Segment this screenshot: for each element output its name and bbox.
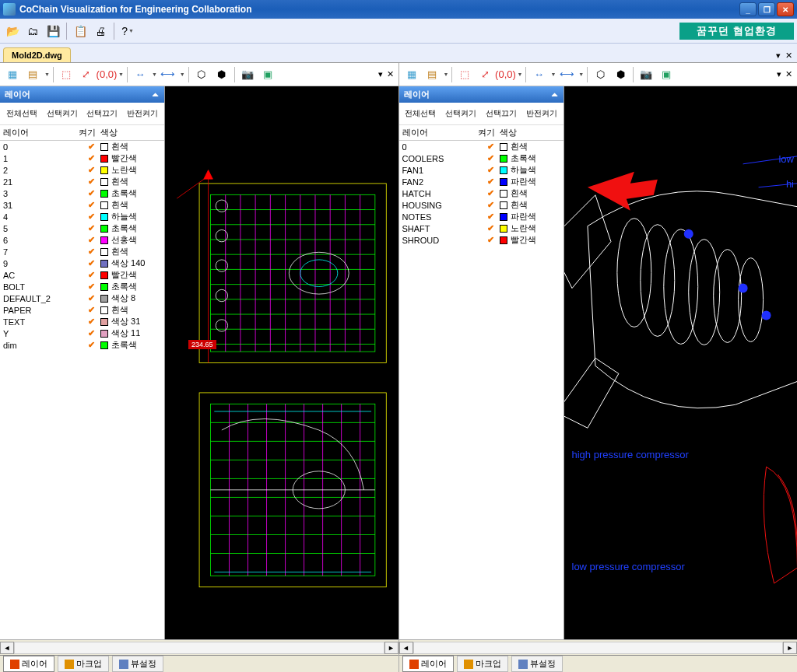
layer-row[interactable]: TEXT✔색상 31	[0, 316, 164, 327]
shape-icon[interactable]: ⬡	[192, 65, 211, 84]
layer-check-icon[interactable]: ✔	[472, 212, 500, 222]
scroll-left-button[interactable]: ◄	[0, 642, 14, 654]
tab-dropdown-button[interactable]: ▾	[776, 51, 781, 61]
zoom-window-icon[interactable]: ⬚	[455, 65, 474, 84]
print-button[interactable]: 🖨	[91, 22, 110, 40]
layer-row[interactable]: SHAFT✔노란색	[399, 222, 564, 234]
maximize-button[interactable]: ❐	[758, 2, 775, 16]
scroll-track[interactable]	[14, 642, 384, 654]
layer-check-icon[interactable]: ✔	[73, 317, 100, 327]
minimize-button[interactable]: _	[739, 2, 757, 16]
layer-check-icon[interactable]: ✔	[472, 165, 500, 175]
layer-check-icon[interactable]: ✔	[472, 235, 500, 245]
layer-row[interactable]: FAN2✔파란색	[399, 176, 564, 187]
pane-dropdown-button[interactable]: ▾	[378, 69, 383, 79]
tab-close-button[interactable]: ✕	[785, 51, 792, 61]
view-grid-icon[interactable]: ▤	[23, 65, 42, 84]
filter-off[interactable]: 선택끄기	[83, 106, 123, 121]
scroll-right-button[interactable]: ►	[384, 642, 398, 654]
layer-row[interactable]: 0✔흰색	[0, 141, 164, 152]
layer-check-icon[interactable]: ✔	[73, 270, 100, 280]
layer-check-icon[interactable]: ✔	[472, 223, 500, 233]
scroll-left-button[interactable]: ◄	[399, 642, 413, 654]
zoom-extent-icon[interactable]: ⤢	[77, 65, 96, 84]
right-layer-table[interactable]: 0✔흰색COOLERS✔초록색FAN1✔하늘색FAN2✔파란색HATCH✔흰색H…	[399, 141, 564, 639]
layer-row[interactable]: 5✔초록색	[0, 222, 164, 234]
scroll-track[interactable]	[413, 642, 784, 654]
dim-icon[interactable]: ⟷	[557, 65, 576, 84]
save-button[interactable]: 💾	[44, 22, 62, 40]
layer-check-icon[interactable]: ✔	[73, 142, 100, 152]
camera-icon[interactable]: 📷	[238, 65, 257, 84]
layer-row[interactable]: 21✔흰색	[0, 176, 164, 187]
open-folder-button[interactable]: 🗂	[23, 22, 42, 40]
filter-select-all[interactable]: 전체선택	[401, 106, 441, 121]
bottom-tab-view[interactable]: 뷰설정	[112, 656, 163, 672]
panel-collapse-icon[interactable]: ⏶	[152, 90, 160, 99]
layer-row[interactable]: 6✔선홍색	[0, 234, 164, 246]
pane-close-button[interactable]: ✕	[387, 69, 394, 79]
filter-invert[interactable]: 반전켜기	[122, 106, 163, 121]
layer-check-icon[interactable]: ✔	[73, 235, 100, 245]
layer-check-icon[interactable]: ✔	[73, 293, 100, 303]
filter-off[interactable]: 선택끄기	[481, 106, 521, 121]
filter-on[interactable]: 선택켜기	[441, 106, 481, 121]
measure-icon[interactable]: ↔	[131, 65, 149, 84]
layer-check-icon[interactable]: ✔	[73, 247, 100, 257]
layer-row[interactable]: 7✔흰색	[0, 246, 164, 257]
pane-dropdown-button[interactable]: ▾	[777, 69, 781, 79]
filter-invert[interactable]: 반전켜기	[521, 106, 562, 121]
layer-check-icon[interactable]: ✔	[472, 200, 500, 210]
snapshot-icon[interactable]: ▣	[258, 65, 277, 84]
view-grid-icon[interactable]: ▤	[423, 65, 441, 84]
layer-check-icon[interactable]: ✔	[472, 188, 500, 198]
layer-check-icon[interactable]: ✔	[73, 153, 100, 163]
layer-check-icon[interactable]: ✔	[73, 212, 100, 222]
help-button[interactable]: ?▼	[118, 22, 137, 40]
origin-icon[interactable]: (0,0)	[496, 65, 514, 84]
layer-row[interactable]: Y✔색상 11	[0, 327, 164, 339]
measure-icon[interactable]: ↔	[529, 65, 548, 84]
layer-check-icon[interactable]: ✔	[73, 200, 100, 210]
view-tile-icon[interactable]: ▦	[402, 65, 421, 84]
layer-row[interactable]: 2✔노란색	[0, 164, 164, 176]
shape-icon[interactable]: ⬡	[591, 65, 609, 84]
camera-icon[interactable]: 📷	[637, 65, 655, 84]
bottom-tab-markup[interactable]: 마크업	[457, 656, 508, 672]
file-tab[interactable]: Mold2D.dwg	[3, 47, 71, 62]
left-hscroll[interactable]: ◄ ►	[0, 639, 398, 655]
dim-icon[interactable]: ⟷	[159, 65, 177, 84]
layer-check-icon[interactable]: ✔	[73, 282, 100, 292]
layer-check-icon[interactable]: ✔	[73, 328, 100, 338]
layer-row[interactable]: 3✔초록색	[0, 187, 164, 199]
layer-check-icon[interactable]: ✔	[73, 305, 100, 315]
bottom-tab-layer[interactable]: 레이어	[402, 656, 454, 672]
bottom-tab-markup[interactable]: 마크업	[58, 656, 109, 672]
layer-row[interactable]: AC✔빨간색	[0, 269, 164, 281]
layer-check-icon[interactable]: ✔	[73, 258, 100, 268]
layer-check-icon[interactable]: ✔	[73, 340, 100, 350]
layer-check-icon[interactable]: ✔	[73, 177, 100, 187]
layer-row[interactable]: NOTES✔파란색	[399, 211, 564, 222]
view-tile-icon[interactable]: ▦	[3, 65, 22, 84]
layer-row[interactable]: HATCH✔흰색	[399, 187, 564, 199]
layer-check-icon[interactable]: ✔	[472, 177, 500, 187]
filter-on[interactable]: 선택켜기	[42, 106, 83, 121]
layer-row[interactable]: 9✔색상 140	[0, 257, 164, 269]
layer-row[interactable]: SHROUD✔빨간색	[399, 234, 564, 246]
zoom-extent-icon[interactable]: ⤢	[476, 65, 494, 84]
open-file-button[interactable]: 📂	[3, 22, 22, 40]
shape2-icon[interactable]: ⬢	[212, 65, 231, 84]
left-layer-table[interactable]: 0✔흰색1✔빨간색2✔노란색21✔흰색3✔초록색31✔흰색4✔하늘색5✔초록색6…	[0, 141, 164, 639]
panel-collapse-icon[interactable]: ⏶	[551, 90, 559, 99]
layer-row[interactable]: PAPER✔흰색	[0, 304, 164, 316]
bottom-tab-layer[interactable]: 레이어	[3, 656, 54, 672]
layer-check-icon[interactable]: ✔	[472, 142, 500, 152]
right-canvas[interactable]: low hi high pressure compressor low pres…	[564, 86, 798, 639]
layer-row[interactable]: FAN1✔하늘색	[399, 164, 564, 176]
layer-row[interactable]: 31✔흰색	[0, 199, 164, 211]
layer-check-icon[interactable]: ✔	[472, 153, 500, 163]
snapshot-icon[interactable]: ▣	[657, 65, 676, 84]
left-canvas[interactable]: 234.65	[165, 86, 398, 639]
layer-row[interactable]: dim✔초록색	[0, 339, 164, 351]
